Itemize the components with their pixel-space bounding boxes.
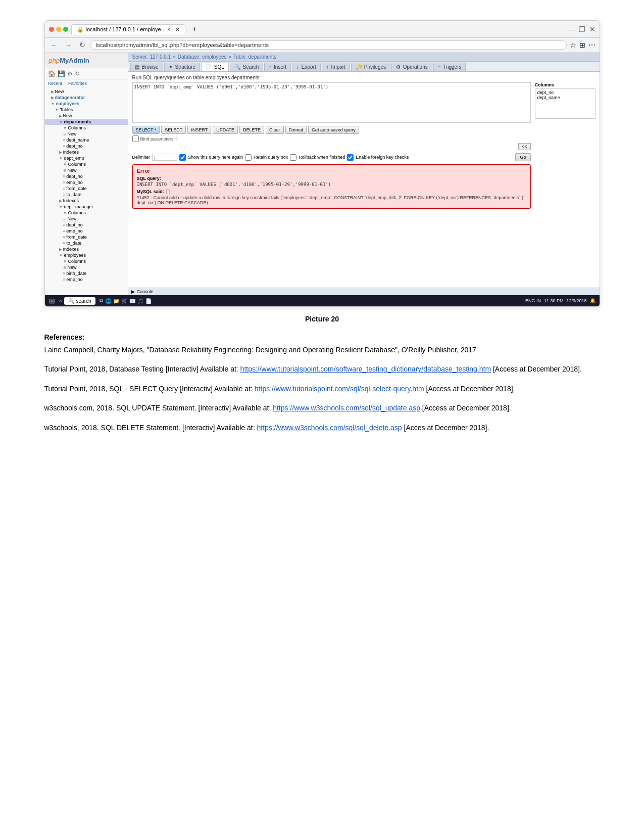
tab-operations[interactable]: ⚙ Operations xyxy=(391,63,432,71)
tab-sql[interactable]: 📄 SQL xyxy=(201,63,229,71)
taskbar-browser-icon[interactable]: 🌐 xyxy=(105,298,111,304)
sidebar-item-birth-date[interactable]: ≡ birth_date xyxy=(45,270,128,276)
sidebar-item-new-table[interactable]: ▶ New xyxy=(45,113,128,119)
get-autosaved-button[interactable]: Get auto-saved query xyxy=(308,126,359,134)
sidebar-item-dept-mgr-cols[interactable]: ▼ Columns xyxy=(45,210,128,216)
tab-export[interactable]: ↓ Export xyxy=(292,63,321,71)
column-dept-no[interactable]: dept_no xyxy=(537,90,593,95)
tab-search[interactable]: 🔍 Search xyxy=(230,63,263,71)
sidebar-item-dept-emp-to[interactable]: ≡ to_date xyxy=(45,192,128,198)
breadcrumb-db[interactable]: Database: employees xyxy=(178,54,227,60)
sidebar-item-dept-mgr-idx[interactable]: ▶ Indexes xyxy=(45,246,128,252)
ref3-link[interactable]: https://www.tutorialspoint.com/sql/sql-s… xyxy=(255,385,424,393)
taskbar-store-icon[interactable]: 🛒 xyxy=(121,298,127,304)
sidebar-item-emp-no[interactable]: ≡ emp_no xyxy=(45,276,128,283)
close-window-icon[interactable]: ✕ xyxy=(589,25,596,33)
breadcrumb-server[interactable]: Server: 127.0.0.1 xyxy=(132,54,171,60)
ref4-link[interactable]: https://www.w3schools.com/sql/sql_update… xyxy=(273,404,420,412)
select-star-button[interactable]: SELECT * xyxy=(132,126,160,134)
taskbar-app3-icon[interactable]: 📄 xyxy=(145,298,152,304)
insert-button[interactable]: INSERT xyxy=(187,126,211,134)
settings-icon[interactable]: ⚙ xyxy=(67,70,73,77)
taskbar-app1-icon[interactable]: 📧 xyxy=(129,298,135,304)
sidebar-item-dept-mgr-empno[interactable]: ≡ emp_no xyxy=(45,228,128,234)
minimize-window-icon[interactable]: — xyxy=(568,25,575,33)
foreign-key-checkbox[interactable] xyxy=(347,154,354,161)
sidebar-item-dept-manager[interactable]: ▼ dept_manager xyxy=(45,204,128,210)
sidebar-item-dept-columns[interactable]: ▼ Columns xyxy=(45,125,128,131)
tab-insert[interactable]: ↑ Insert xyxy=(264,63,291,71)
bookmark-icon[interactable]: ☆ xyxy=(570,41,576,49)
tab-browse[interactable]: ▤ Browse xyxy=(130,63,163,71)
ref2-link[interactable]: https://www.tutorialspoint.com/software_… xyxy=(240,365,491,373)
sidebar-item-dept-emp-idx[interactable]: ▶ Indexes xyxy=(45,198,128,204)
favorites-label[interactable]: Favorites xyxy=(65,80,90,87)
sidebar-item-dept-mgr-to[interactable]: ≡ to_date xyxy=(45,240,128,246)
browser-tab[interactable]: 🔒 localhost / 127.0.0.1 / employe... × ✕ xyxy=(71,24,186,34)
forward-button[interactable]: → xyxy=(63,40,74,50)
recent-label[interactable]: Recent xyxy=(45,80,66,87)
taskbar-app2-icon[interactable]: 🎵 xyxy=(137,298,143,304)
delete-button[interactable]: DELETE xyxy=(239,126,264,134)
cortana-icon[interactable]: ○ xyxy=(59,298,62,304)
restore-window-icon[interactable]: ❐ xyxy=(579,25,585,33)
back-button[interactable]: ← xyxy=(49,40,60,50)
ref5-link[interactable]: https://www.w3schools.com/sql/sql_delete… xyxy=(257,424,402,432)
delimiter-input[interactable] xyxy=(152,154,177,161)
address-input[interactable]: localhost/phpmyadmin/tbl_sql.php?db=empl… xyxy=(90,40,567,50)
sidebar-item-employees-new[interactable]: ⊕ New xyxy=(45,264,128,270)
tab-structure[interactable]: ✦ Structure xyxy=(164,63,200,71)
sidebar-item-dept-mgr-deptno[interactable]: ≡ dept_no xyxy=(45,222,128,228)
tab-triggers[interactable]: ≡ Triggers xyxy=(433,63,466,71)
sidebar-item-dept-new[interactable]: ⊕ New xyxy=(45,131,128,137)
sidebar-item-dept-emp-new[interactable]: ⊕ New xyxy=(45,167,128,173)
sidebar-item-tables[interactable]: ▼ Tables xyxy=(45,107,128,113)
collapse-button[interactable]: << xyxy=(518,143,531,150)
sql-icon[interactable]: 💾 xyxy=(58,70,65,77)
sidebar-item-employees-cols[interactable]: ▼ Columns xyxy=(45,258,128,264)
sidebar-item-dept-name[interactable]: ≡ dept_name xyxy=(45,137,128,143)
sidebar-item-dept-mgr-from[interactable]: ≡ from_date xyxy=(45,234,128,240)
tab-import[interactable]: ↑ Import xyxy=(322,63,350,71)
console-expand-icon[interactable]: ▶ xyxy=(131,289,135,294)
sidebar-item-datagenerator[interactable]: ▶ datagenerator xyxy=(45,95,128,101)
notification-icon[interactable]: 🔔 xyxy=(590,298,596,303)
tab-privileges[interactable]: 🔑 Privileges xyxy=(351,63,390,71)
maximize-button[interactable] xyxy=(63,27,68,32)
format-button[interactable]: Format xyxy=(285,126,307,134)
sidebar-item-dept-emp[interactable]: ▼ dept_emp xyxy=(45,155,128,161)
update-button[interactable]: UPDATE xyxy=(213,126,238,134)
home-icon[interactable]: 🏠 xyxy=(48,70,56,77)
refresh-button[interactable]: ↻ xyxy=(77,40,87,50)
extensions-icon[interactable]: ⊞ xyxy=(579,41,585,49)
sidebar-item-new[interactable]: ▶ New xyxy=(45,88,128,95)
sidebar-item-employees[interactable]: ▼ employees xyxy=(45,101,128,107)
sidebar-item-employees-table[interactable]: ▼ employees xyxy=(45,252,128,258)
sidebar-item-dept-emp-deptno[interactable]: ≡ dept_no xyxy=(45,173,128,179)
sidebar-item-dept-no[interactable]: ≡ dept_no xyxy=(45,143,128,149)
show-query-checkbox[interactable] xyxy=(179,154,186,161)
refresh-icon[interactable]: ↻ xyxy=(75,70,80,77)
sidebar-item-dept-emp-from[interactable]: ≡ from_date xyxy=(45,186,128,192)
sidebar-item-indexes[interactable]: ▶ Indexes xyxy=(45,149,128,155)
sidebar-item-dept-mgr-new[interactable]: ⊕ New xyxy=(45,216,128,222)
go-button[interactable]: Go xyxy=(515,153,530,161)
retain-box-checkbox[interactable] xyxy=(245,154,252,161)
column-dept-name[interactable]: dept_name xyxy=(537,95,593,100)
minimize-button[interactable] xyxy=(56,27,61,32)
taskbar-file-icon[interactable]: 📁 xyxy=(113,298,119,304)
tab-close-icon[interactable]: ✕ xyxy=(175,26,180,33)
breadcrumb-table[interactable]: Table: departments xyxy=(233,54,276,60)
taskbar-search-box[interactable]: 🔍 search xyxy=(64,297,95,305)
sidebar-item-dept-emp-empno[interactable]: ≡ emp_no xyxy=(45,179,128,186)
select-button[interactable]: SELECT xyxy=(161,126,186,134)
sidebar-item-dept-emp-cols[interactable]: ▼ Columns xyxy=(45,161,128,167)
sidebar-item-departments[interactable]: ▼ departments xyxy=(45,119,128,125)
more-options-icon[interactable]: ⋯ xyxy=(588,41,596,49)
start-button[interactable]: ⊞ xyxy=(49,297,55,305)
rollback-checkbox[interactable] xyxy=(290,154,296,161)
close-button[interactable] xyxy=(49,27,54,32)
sql-textarea[interactable]: INSERT INTO `dept_emp` VALUES ('d001','d… xyxy=(132,82,531,123)
new-tab-button[interactable]: ＋ xyxy=(190,24,199,34)
bind-params-checkbox[interactable] xyxy=(132,135,139,142)
